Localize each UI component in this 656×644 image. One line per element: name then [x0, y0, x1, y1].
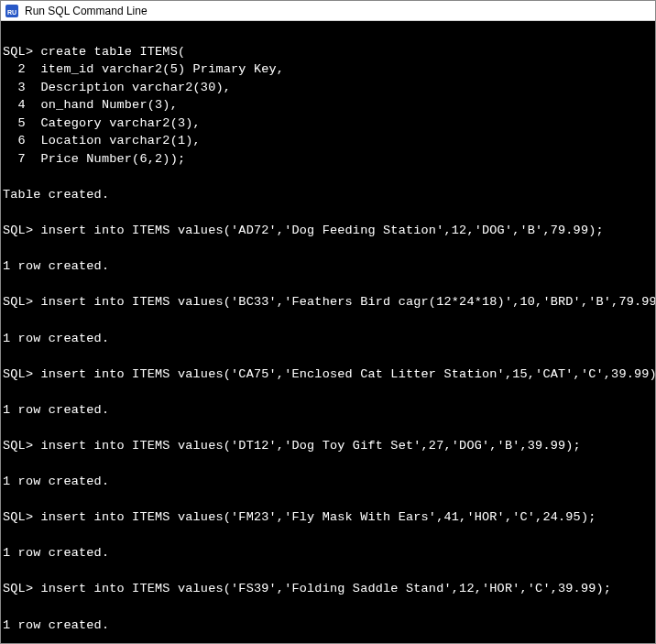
- titlebar[interactable]: RU Run SQL Command Line: [1, 1, 655, 21]
- svg-text:RU: RU: [7, 8, 16, 15]
- terminal-output[interactable]: SQL> create table ITEMS( 2 item_id varch…: [1, 21, 655, 643]
- window-title: Run SQL Command Line: [25, 5, 148, 17]
- app-icon: RU: [5, 4, 19, 18]
- sql-command-line-window: RU Run SQL Command Line SQL> create tabl…: [0, 0, 656, 644]
